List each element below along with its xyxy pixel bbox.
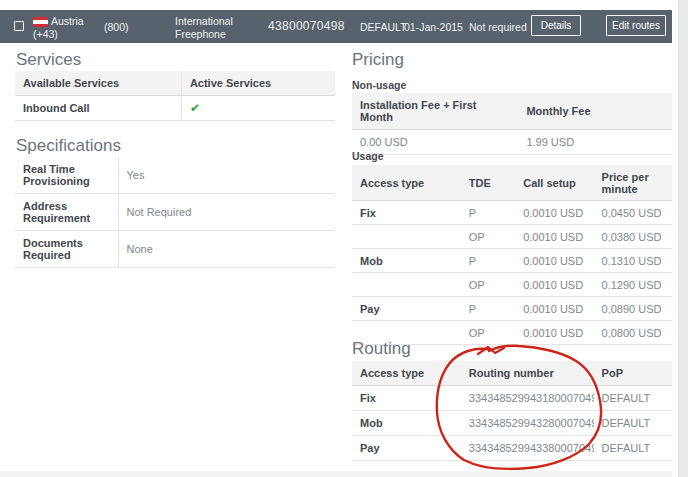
table-row: OP 0.0010 USD 0.1290 USD <box>352 273 672 297</box>
tde-value: OP <box>461 321 515 345</box>
routing-number: 3343485299433800070498 <box>461 436 594 461</box>
pricing-heading: Pricing <box>352 50 404 70</box>
tde-value: OP <box>461 225 515 249</box>
usage-col-ppm: Price per minute <box>594 165 672 201</box>
call-setup-value: 0.0010 USD <box>515 297 593 321</box>
spec-value: None <box>118 231 335 268</box>
specifications-heading: Specifications <box>16 136 121 156</box>
call-setup-value: 0.0010 USD <box>515 201 593 225</box>
spec-label: Documents Required <box>15 231 118 268</box>
check-icon: ✔ <box>190 101 200 115</box>
nonusage-col-monthly: Monthly Fee <box>518 93 672 130</box>
non-usage-label: Non-usage <box>352 79 406 91</box>
monthly-fee-value: 1.99 USD <box>518 130 672 155</box>
call-setup-value: 0.0010 USD <box>515 225 593 249</box>
tde-value: P <box>461 201 515 225</box>
country-name: Austria <box>51 15 84 27</box>
routing-col-number: Routing number <box>461 361 594 386</box>
table-row: Inbound Call ✔ <box>15 96 335 121</box>
call-setup-value: 0.0010 USD <box>515 273 593 297</box>
pop-value: DEFAULT <box>594 436 672 461</box>
spec-label: Real Time Provisioning <box>15 157 118 194</box>
call-setup-value: 0.0010 USD <box>515 321 593 345</box>
routing-number: 3343485299431800070498 <box>461 386 594 411</box>
price-per-minute-value: 0.0890 USD <box>594 297 672 321</box>
routing-heading: Routing <box>352 339 411 359</box>
service-type-line2: Freephone <box>175 28 226 40</box>
access-type: Fix <box>352 386 461 411</box>
pop-value: DEFAULT <box>360 21 406 33</box>
service-name: Inbound Call <box>15 96 181 121</box>
usage-col-tde: TDE <box>461 165 515 201</box>
details-button[interactable]: Details <box>531 15 581 36</box>
table-row: Mob 3343485299432800070498 DEFAULT <box>352 411 672 436</box>
tde-value: OP <box>461 273 515 297</box>
nonusage-col-installation: Installation Fee + First Month <box>352 93 518 130</box>
table-row: Address Requirement Not Required <box>15 194 335 231</box>
table-row: Pay P 0.0010 USD 0.0890 USD <box>352 297 672 321</box>
price-per-minute-value: 0.0380 USD <box>594 225 672 249</box>
bottom-strip <box>0 471 672 477</box>
services-heading: Services <box>16 50 81 70</box>
phone-number: 43800070498 <box>268 19 345 33</box>
requirement-status: Not required <box>469 21 527 33</box>
tde-value: P <box>461 297 515 321</box>
tde-value: P <box>461 249 515 273</box>
access-type <box>352 225 461 249</box>
access-type: Pay <box>352 297 461 321</box>
routing-col-access: Access type <box>352 361 461 386</box>
price-per-minute-value: 0.0450 USD <box>594 201 672 225</box>
number-summary-row: Austria (+43) (800) International Freeph… <box>0 10 672 43</box>
table-row: 0.00 USD 1.99 USD <box>352 130 672 155</box>
call-setup-value: 0.0010 USD <box>515 249 593 273</box>
table-row: Mob P 0.0010 USD 0.1310 USD <box>352 249 672 273</box>
usage-col-callsetup: Call setup <box>515 165 593 201</box>
routing-col-pop: PoP <box>594 361 672 386</box>
pop-value: DEFAULT <box>594 386 672 411</box>
spec-value: Yes <box>118 157 335 194</box>
table-row: Pay 3343485299433800070498 DEFAULT <box>352 436 672 461</box>
edit-routes-button[interactable]: Edit routes <box>606 15 666 36</box>
access-type: Fix <box>352 201 461 225</box>
page-edge-strip <box>678 0 688 477</box>
spec-label: Address Requirement <box>15 194 118 231</box>
country-code: (+43) <box>33 28 58 40</box>
usage-table: Access type TDE Call setup Price per min… <box>352 165 672 345</box>
price-per-minute-value: 0.1310 USD <box>594 249 672 273</box>
table-row: Real Time Provisioning Yes <box>15 157 335 194</box>
table-row: OP 0.0010 USD 0.0380 USD <box>352 225 672 249</box>
row-checkbox[interactable] <box>14 21 24 31</box>
price-per-minute-value: 0.1290 USD <box>594 273 672 297</box>
pop-value: DEFAULT <box>594 411 672 436</box>
usage-col-access: Access type <box>352 165 461 201</box>
non-usage-table: Installation Fee + First Month Monthly F… <box>352 93 672 155</box>
activation-date: 01-Jan-2015 <box>404 21 463 33</box>
services-col-available: Available Services <box>15 71 181 96</box>
table-row: Fix 3343485299431800070498 DEFAULT <box>352 386 672 411</box>
routing-table: Access type Routing number PoP Fix 33434… <box>352 361 672 461</box>
austria-flag-icon <box>33 17 48 27</box>
spec-value: Not Required <box>118 194 335 231</box>
access-type: Mob <box>352 249 461 273</box>
access-type <box>352 273 461 297</box>
service-type-line1: International <box>175 15 233 27</box>
access-type: Pay <box>352 436 461 461</box>
price-per-minute-value: 0.0800 USD <box>594 321 672 345</box>
services-col-active: Active Services <box>181 71 335 96</box>
table-row: Documents Required None <box>15 231 335 268</box>
table-row: Fix P 0.0010 USD 0.0450 USD <box>352 201 672 225</box>
services-table: Available Services Active Services Inbou… <box>15 71 335 121</box>
access-type: Mob <box>352 411 461 436</box>
routing-number: 3343485299432800070498 <box>461 411 594 436</box>
specifications-table: Real Time Provisioning Yes Address Requi… <box>15 157 335 268</box>
area-code: (800) <box>104 21 129 33</box>
usage-label: Usage <box>352 150 384 162</box>
